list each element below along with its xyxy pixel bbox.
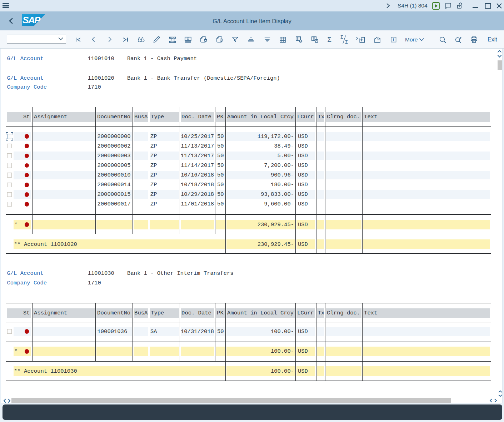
svg-text:Σ: Σ (345, 40, 348, 45)
svg-text:i: i (393, 38, 394, 42)
svg-text:Σ: Σ (340, 35, 343, 40)
